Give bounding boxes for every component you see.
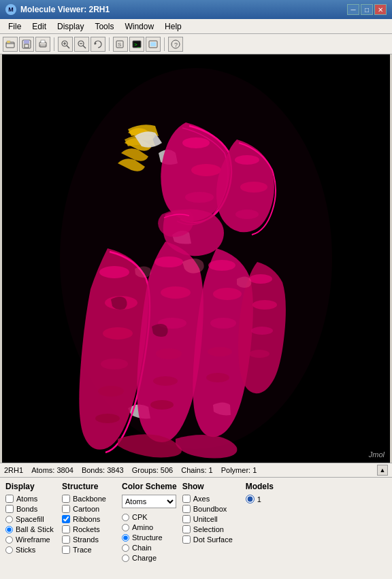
models-title: Models [246,482,283,491]
app-icon: M [5,4,16,15]
export-button[interactable] [146,37,161,52]
svg-rect-21 [150,42,156,46]
structure-trace-row: Trace [62,546,116,554]
svg-point-48 [206,373,229,382]
svg-point-45 [213,288,242,300]
rockets-checkbox[interactable] [62,525,70,533]
cartoon-checkbox[interactable] [62,505,70,513]
rotate-button[interactable] [91,37,105,52]
trace-checkbox[interactable] [62,546,70,554]
status-bonds: Bonds: 3843 [82,466,124,474]
bonds-label: Bonds [16,505,37,513]
console-button[interactable]: >_ [129,37,144,52]
controls-panel: Display Atoms Bonds Spacefill Ball & Sti… [0,478,392,579]
menu-help[interactable]: Help [159,20,187,33]
svg-point-52 [249,350,270,358]
backbone-checkbox[interactable] [62,495,70,503]
menu-file[interactable]: File [3,20,27,33]
selection-label: Selection [193,525,224,533]
display-bonds-row: Bonds [5,505,56,513]
maximize-button[interactable]: □ [361,4,373,15]
svg-point-32 [99,266,129,278]
menu-tools[interactable]: Tools [89,20,119,33]
svg-rect-4 [24,44,29,48]
menu-display[interactable]: Display [52,20,89,33]
status-polymer: Polymer: 1 [221,466,257,474]
menu-edit[interactable]: Edit [27,20,52,33]
rockets-label: Rockets [73,525,100,533]
display-ballstick-row: Ball & Stick [5,525,56,533]
svg-text:>_: >_ [134,42,141,48]
sticks-radio[interactable] [5,546,13,554]
color-dropdown-container: Atoms Element Residue Chain Model [122,495,177,508]
molecule-viewer[interactable]: Jmol [2,54,390,463]
minimize-button[interactable]: ─ [347,4,359,15]
wireframe-radio[interactable] [5,536,13,544]
zoom-in-button[interactable] [58,37,73,52]
svg-point-51 [251,327,273,335]
svg-rect-7 [40,45,46,46]
script-button[interactable]: S [113,37,128,52]
selection-checkbox[interactable] [182,525,191,533]
svg-point-34 [103,327,133,340]
svg-point-29 [235,155,259,165]
charge-label: Charge [132,554,157,562]
svg-point-28 [185,192,214,203]
charge-radio[interactable] [122,555,129,562]
svg-point-38 [154,257,183,267]
amino-radio[interactable] [122,524,129,531]
close-button[interactable]: ✕ [374,4,387,15]
status-bar: 2RH1 Atoms: 3804 Bonds: 3843 Groups: 506… [0,463,392,478]
window-title: Molecule Viewer: 2RH1 [20,5,346,14]
color-charge-row: Charge [122,554,177,562]
dotsurface-label: Dot Surface [193,535,233,544]
toolbar-sep-3 [164,37,165,51]
cpk-radio[interactable] [122,514,129,521]
boundbox-checkbox[interactable] [182,505,191,513]
svg-point-50 [252,300,277,310]
chain-radio[interactable] [122,544,129,552]
status-atoms: Atoms: 3804 [31,466,74,474]
show-unitcell-row: Unitcell [182,515,240,523]
axes-checkbox[interactable] [182,495,191,503]
model-1-radio[interactable] [246,495,255,503]
svg-point-47 [208,347,232,357]
svg-point-44 [208,260,235,271]
svg-point-31 [235,210,259,219]
svg-text:S: S [118,42,121,48]
help-button[interactable]: ? [168,37,183,52]
spacefill-radio[interactable] [5,516,13,523]
toolbar: S >_ ? [0,34,392,54]
colorscheme-section: Color Scheme Atoms Element Residue Chain… [122,482,177,579]
ballstick-radio[interactable] [5,526,13,533]
svg-point-43 [150,400,174,410]
svg-point-37 [95,414,120,423]
bonds-checkbox[interactable] [5,505,14,513]
svg-point-36 [98,386,124,397]
color-dropdown[interactable]: Atoms Element Residue Chain Model [122,495,176,508]
expand-button[interactable]: ▲ [377,465,388,476]
print-button[interactable] [35,37,50,52]
show-selection-row: Selection [182,525,240,533]
save-button[interactable] [19,37,34,52]
cartoon-label: Cartoon [73,505,99,513]
trace-label: Trace [73,546,92,554]
unitcell-checkbox[interactable] [182,515,191,523]
open-button[interactable] [3,37,18,52]
strands-checkbox[interactable] [62,535,70,544]
ribbons-checkbox[interactable] [62,515,70,523]
color-structure-row: Structure [122,533,177,542]
backbone-label: Backbone [73,495,106,503]
atoms-checkbox[interactable] [5,495,14,503]
dotsurface-checkbox[interactable] [182,535,191,544]
svg-text:?: ? [174,42,178,48]
zoom-out-button[interactable] [74,37,89,52]
structure-label: Structure [132,533,163,542]
structure-radio[interactable] [122,534,129,542]
menu-window[interactable]: Window [119,20,159,33]
svg-line-9 [67,46,69,48]
strands-label: Strands [73,535,99,544]
model-1-row: 1 [246,495,283,503]
wireframe-label: Wireframe [16,535,50,544]
structure-strands-row: Strands [62,535,116,544]
